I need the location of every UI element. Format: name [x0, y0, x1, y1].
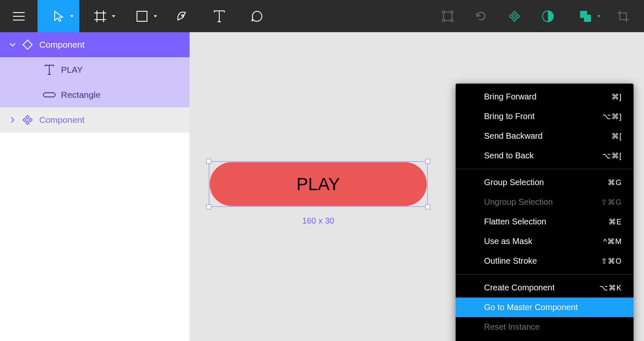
create-component-button[interactable]	[498, 0, 531, 32]
canvas[interactable]: PLAY 160 x 30 Bring Forward ⌘] Bring to …	[190, 32, 644, 341]
edit-object-icon	[441, 10, 454, 23]
svg-point-13	[451, 19, 453, 22]
menu-label: Send to Back	[484, 151, 534, 160]
cursor-icon	[52, 10, 65, 23]
toolbar	[0, 0, 644, 32]
play-button-shape: PLAY	[210, 162, 427, 206]
play-button-text: PLAY	[297, 174, 340, 194]
comment-tool[interactable]	[238, 0, 276, 32]
menu-button[interactable]	[0, 0, 38, 32]
reset-instance-button[interactable]	[464, 0, 498, 32]
menu-detach-instance[interactable]: Detach Instance ⌥⌘B	[456, 337, 634, 341]
menu-label: Go to Master Component	[484, 303, 578, 312]
svg-rect-9	[444, 12, 452, 20]
menu-bring-to-front[interactable]: Bring to Front ⌥⌘]	[456, 107, 634, 126]
menu-shortcut: ⌘]	[611, 92, 622, 102]
component-icon	[20, 39, 35, 50]
menu-flatten-selection[interactable]: Flatten Selection ⌘E	[456, 212, 634, 232]
menu-shortcut: ⇧⌘O	[601, 257, 622, 266]
layer-label: PLAY	[57, 65, 83, 75]
layer-row-text[interactable]: PLAY	[0, 57, 190, 82]
menu-bring-forward[interactable]: Bring Forward ⌘]	[456, 87, 634, 107]
menu-label: Group Selection	[484, 178, 544, 187]
pen-tool[interactable]	[163, 0, 200, 32]
chevron-down-icon	[154, 15, 157, 17]
boolean-button[interactable]	[565, 0, 606, 32]
mask-icon	[542, 10, 554, 23]
svg-point-11	[451, 11, 453, 13]
menu-go-to-master[interactable]: Go to Master Component	[456, 298, 634, 317]
menu-separator	[456, 274, 634, 275]
frame-icon	[94, 10, 106, 23]
text-tool[interactable]	[200, 0, 238, 32]
svg-point-8	[182, 15, 183, 16]
menu-use-as-mask[interactable]: Use as Mask ^⌘M	[456, 232, 634, 251]
instance-icon	[20, 114, 35, 126]
layer-label: Component	[35, 115, 85, 125]
menu-shortcut: ^⌘M	[603, 237, 622, 246]
menu-outline-stroke[interactable]: Outline Stroke ⇧⌘O	[456, 251, 634, 271]
menu-send-backward[interactable]: Send Backward ⌘[	[456, 126, 634, 146]
resize-handle-tr[interactable]	[425, 159, 430, 164]
svg-rect-7	[137, 11, 147, 21]
menu-separator	[456, 169, 634, 169]
menu-label: Use as Mask	[484, 237, 532, 246]
layers-panel: Component PLAY Rectangle Component	[0, 32, 190, 341]
selection-dimensions: 160 x 30	[210, 216, 427, 226]
resize-handle-tl[interactable]	[206, 159, 211, 164]
svg-rect-15	[43, 93, 55, 97]
menu-send-to-back[interactable]: Send to Back ⌥⌘[	[456, 146, 634, 165]
mask-button[interactable]	[531, 0, 565, 32]
menu-shortcut: ⌘E	[609, 217, 622, 226]
layer-row-component-instance[interactable]: Component	[0, 107, 190, 132]
reset-icon	[475, 10, 487, 23]
menu-label: Flatten Selection	[484, 217, 546, 226]
comment-icon	[251, 10, 263, 23]
pen-icon	[175, 10, 188, 23]
pill-icon	[42, 92, 57, 97]
toolbar-right	[431, 0, 644, 32]
expand-toggle[interactable]	[5, 117, 20, 123]
text-icon	[42, 65, 57, 75]
menu-shortcut: ⌥⌘K	[599, 283, 622, 293]
crop-button[interactable]	[606, 0, 640, 32]
move-tool[interactable]	[38, 0, 79, 32]
resize-handle-bl[interactable]	[206, 204, 211, 209]
component-icon	[508, 10, 521, 23]
crop-icon	[617, 10, 629, 23]
menu-label: Ungroup Selection	[484, 197, 553, 207]
chevron-down-icon	[70, 15, 74, 17]
menu-create-component[interactable]: Create Component ⌥⌘K	[456, 278, 634, 298]
context-menu: Bring Forward ⌘] Bring to Front ⌥⌘] Send…	[456, 84, 634, 341]
layer-label: Component	[35, 40, 85, 50]
menu-shortcut: ⇧⌘G	[601, 198, 622, 207]
hamburger-icon	[13, 10, 25, 23]
frame-tool[interactable]	[79, 0, 121, 32]
rectangle-icon	[136, 10, 148, 23]
menu-label: Create Component	[484, 283, 555, 293]
layer-label: Rectangle	[57, 90, 101, 100]
text-icon	[213, 10, 226, 23]
shape-tool[interactable]	[121, 0, 163, 32]
resize-handle-br[interactable]	[425, 204, 430, 209]
layer-row-rectangle[interactable]: Rectangle	[0, 82, 190, 107]
menu-group-selection[interactable]: Group Selection ⌘G	[456, 173, 634, 192]
selected-component[interactable]: PLAY	[210, 162, 427, 206]
menu-label: Send Backward	[484, 131, 543, 141]
menu-shortcut: ⌥⌘]	[602, 112, 622, 121]
menu-shortcut: ⌥⌘[	[602, 151, 622, 160]
menu-reset-instance: Reset Instance	[456, 317, 634, 337]
menu-shortcut: ⌘G	[608, 178, 622, 187]
union-icon	[579, 10, 592, 23]
edit-object-button[interactable]	[431, 0, 464, 32]
menu-ungroup-selection: Ungroup Selection ⇧⌘G	[456, 192, 634, 212]
layer-row-component-master[interactable]: Component	[0, 32, 190, 57]
menu-shortcut: ⌘[	[611, 132, 622, 141]
menu-label: Reset Instance	[484, 322, 540, 332]
expand-toggle[interactable]	[5, 43, 20, 47]
svg-point-10	[442, 11, 445, 13]
svg-point-12	[442, 19, 445, 22]
chevron-down-icon	[112, 15, 115, 17]
menu-label: Outline Stroke	[484, 256, 537, 266]
menu-label: Bring Forward	[484, 92, 537, 102]
